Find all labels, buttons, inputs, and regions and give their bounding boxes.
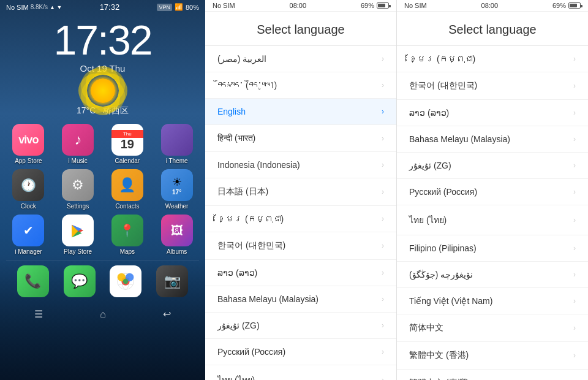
app-item-clock[interactable]: 🕐 Clock <box>6 169 51 210</box>
lang-text-khmer2: ខ្មែរ (កម្ពុជា) <box>409 54 475 64</box>
chevron-icon: › <box>382 376 384 380</box>
lang-text-zh-tw: 繁體中文 (臺灣) <box>409 378 469 380</box>
lang-text-malay: Bahasa Melayu (Malaysia) <box>217 294 318 304</box>
lang-text-ug-zg2: ئۇيغۇر (ZG) <box>409 161 451 170</box>
lang-item-vietnamese[interactable]: Tiếng Việt (Việt Nam) › <box>397 288 588 314</box>
chevron-icon: › <box>573 55 576 63</box>
app-icon-appstore: vivo <box>12 124 44 156</box>
lang-item-arabic[interactable]: العربية (مصر) › <box>205 46 396 72</box>
lang-item-japanese[interactable]: 日本語 (日本) › <box>205 178 396 206</box>
app-item-music[interactable]: ♪ i Music <box>56 124 100 164</box>
dock-icon-phone: 📞 <box>17 265 49 297</box>
phone-clock: 17:32 Oct 19 Thu <box>0 14 205 74</box>
app-label-albums: Albums <box>167 248 187 255</box>
lang-item-thai[interactable]: ไทย (ไทย) › <box>205 365 396 380</box>
lang-item-russian2[interactable]: Русский (Россия) › <box>397 179 588 205</box>
app-label-weather: Weather <box>165 203 189 210</box>
lang-panel-header-left: Select language <box>205 12 396 46</box>
app-item-weather[interactable]: ☀ 17° Weather <box>154 169 199 210</box>
panel-battery-left: 69% <box>361 2 389 9</box>
lang-text-japanese: 日本語 (日本) <box>217 186 268 197</box>
chevron-icon: › <box>382 295 384 303</box>
app-item-albums[interactable]: 🖼 Albums <box>154 215 199 255</box>
lang-text-vietnamese: Tiếng Việt (Việt Nam) <box>409 296 492 306</box>
location-label: 桥西区 <box>103 105 129 115</box>
lang-text-arabic: العربية (مصر) <box>217 54 266 64</box>
chevron-icon: › <box>573 244 576 253</box>
nav-back-button[interactable]: ↩ <box>163 308 171 320</box>
battery-label: 80% <box>186 4 199 11</box>
phone-nav-bar: ☰ ⌂ ↩ <box>0 302 205 326</box>
lang-item-ug-zg2[interactable]: ئۇيغۇر (ZG) › <box>397 153 588 179</box>
dock-item-phone[interactable]: 📞 <box>12 265 54 297</box>
cal-header: Thu <box>111 130 143 138</box>
lang-item-filipino[interactable]: Filipino (Pilipinas) › <box>397 235 588 262</box>
chevron-icon: › <box>573 188 576 196</box>
nav-home-button[interactable]: ⌂ <box>100 309 106 320</box>
dock-item-camera[interactable]: 📷 <box>151 265 193 297</box>
app-icon-playstore <box>62 215 94 246</box>
chevron-icon: › <box>382 81 384 89</box>
lang-item-ug-zg[interactable]: ئۇيغۇر (ZG) › <box>205 313 396 339</box>
lang-item-malay[interactable]: Bahasa Melayu (Malaysia) › <box>205 286 396 313</box>
signal-icon: ▲ ▼ <box>50 4 62 10</box>
chevron-icon: › <box>382 348 384 356</box>
lang-item-indonesia[interactable]: Indonesia (Indonesia) › <box>205 152 396 178</box>
date-display: Oct 19 Thu <box>0 63 205 74</box>
lang-item-russian[interactable]: Русский (Россия) › <box>205 339 396 365</box>
app-item-theme[interactable]: i Theme <box>154 124 199 164</box>
phone-lock-screen: No SIM 8.8K/s ▲ ▼ 17:32 VPN 📶 80% 17:32 … <box>0 0 205 380</box>
vpn-icon: VPN <box>157 4 172 11</box>
lang-item-hindi[interactable]: हिन्दी (भारत) › <box>205 125 396 152</box>
app-icon-contacts: 👤 <box>111 169 143 201</box>
app-label-theme: i Theme <box>166 158 188 164</box>
app-icon-imanager: ✔ <box>12 215 44 246</box>
chevron-icon: › <box>382 55 384 63</box>
app-item-settings[interactable]: ⚙ Settings <box>56 169 100 210</box>
lang-panel-title-right: Select language <box>409 23 576 37</box>
dock-item-messages[interactable]: 💬 <box>59 265 100 297</box>
lang-item-tibetan[interactable]: བོད་སྐད་ (བོད་ཡུལ།) › <box>205 72 396 99</box>
chevron-icon: › <box>382 321 384 330</box>
dock-item-browser[interactable] <box>105 265 147 297</box>
chevron-icon: › <box>382 107 384 116</box>
chevron-icon: › <box>573 108 576 117</box>
app-item-contacts[interactable]: 👤 Contacts <box>105 169 150 210</box>
lang-item-khmer[interactable]: ខ្មែរ (កម្ពុជា) › <box>205 206 396 232</box>
app-item-imanager[interactable]: ✔ i Manager <box>6 215 51 255</box>
lang-item-zh-simplified[interactable]: 简体中文 › <box>397 314 588 342</box>
time-display: 17:32 <box>0 19 205 61</box>
lang-item-khmer2[interactable]: ខ្មែរ (កម្ពុជា) › <box>397 46 588 72</box>
lang-item-thai2[interactable]: ไทย (ไทย) › <box>397 205 588 235</box>
app-item-playstore[interactable]: Play Store <box>56 215 100 255</box>
weather-info: 17°C 桥西区 <box>0 78 205 116</box>
panel-time-left: 08:00 <box>290 2 307 9</box>
app-icon-music: ♪ <box>62 124 94 156</box>
lang-text-uyghur: نۆيغۇرچە (جۆڭگۆ) <box>409 270 473 279</box>
lang-text-zh-simplified: 简体中文 <box>409 322 443 333</box>
app-label-appstore: App Store <box>15 158 42 164</box>
lang-item-malay2[interactable]: Bahasa Melayu (Malaysia) › <box>397 126 588 153</box>
cal-day: 19 <box>121 138 134 150</box>
app-label-maps: Maps <box>120 248 135 255</box>
lang-item-zh-hk[interactable]: 繁體中文 (香港) › <box>397 342 588 370</box>
panel-carrier-right: No SIM <box>404 2 427 9</box>
chevron-icon: › <box>573 270 576 279</box>
lang-text-thai: ไทย (ไทย) <box>217 373 255 380</box>
lang-item-korean[interactable]: 한국어 (대한민국) › <box>205 232 396 260</box>
lang-item-lao[interactable]: ລາວ (ລາວ) › <box>205 260 396 286</box>
lang-item-zh-tw[interactable]: 繁體中文 (臺灣) › <box>397 370 588 380</box>
weather-text: 17°C 桥西区 <box>0 105 205 116</box>
app-item-calendar[interactable]: Thu 19 Calendar <box>105 124 150 164</box>
status-left: No SIM 8.8K/s ▲ ▼ <box>6 4 62 11</box>
panel-status-left: No SIM 08:00 69% <box>205 0 396 12</box>
app-item-appstore[interactable]: vivo App Store <box>6 124 51 164</box>
lang-item-lao2[interactable]: ລາວ (ລາວ) › <box>397 100 588 126</box>
svg-point-5 <box>123 279 128 284</box>
lang-item-uyghur[interactable]: نۆيغۇرچە (جۆڭگۆ) › <box>397 262 588 288</box>
app-label-contacts: Contacts <box>115 203 139 210</box>
nav-menu-button[interactable]: ☰ <box>34 308 43 320</box>
lang-item-korean2[interactable]: 한국어 (대한민국) › <box>397 72 588 100</box>
lang-item-english[interactable]: English › <box>205 99 396 125</box>
app-item-maps[interactable]: 📍 Maps <box>105 215 150 255</box>
